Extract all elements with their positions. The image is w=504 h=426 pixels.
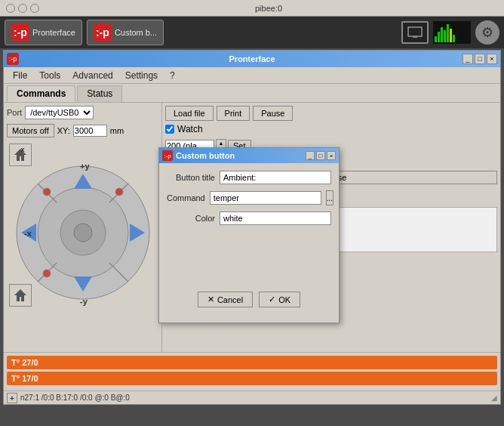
svg-point-5 xyxy=(74,224,92,242)
temp1-up-arrow[interactable]: ▲ xyxy=(217,140,226,146)
dialog-body: Button title Command ... Color ✕ Cancel … xyxy=(159,163,339,323)
dialog-ok-button[interactable]: ✓ OK xyxy=(259,292,300,307)
dialog-titlebar: :-p Custom button _ □ × xyxy=(159,148,339,163)
menubar: File Tools Advanced Settings ? xyxy=(4,67,500,84)
svg-rect-0 xyxy=(408,27,422,36)
dialog-restore-btn[interactable]: □ xyxy=(316,151,325,160)
taskbar: :-p Pronterface :-p Custom b... ⚙ xyxy=(0,17,504,48)
os-title: pibee:0 xyxy=(39,4,498,13)
resize-handle[interactable]: ◢ xyxy=(491,394,497,402)
menu-advanced[interactable]: Advanced xyxy=(66,69,118,82)
dialog-close-btn[interactable]: × xyxy=(327,151,336,160)
dialog-command-label: Command xyxy=(167,193,205,202)
jog-area: +y -y -x x xyxy=(8,142,158,308)
pause-button[interactable]: Pause xyxy=(253,106,293,121)
temp-bar-row-1: T° 27/0 xyxy=(7,356,497,369)
motors-row: Motors off XY: mm xyxy=(7,124,158,137)
watch-checkbox[interactable] xyxy=(165,125,174,134)
jog-wheel-svg: +y -y -x xyxy=(8,142,158,308)
dialog-command-row: Command ... xyxy=(167,190,331,205)
app-close-btn[interactable]: × xyxy=(487,54,497,64)
svg-text:-x: -x xyxy=(24,229,32,238)
ok-label: OK xyxy=(278,295,290,304)
load-file-button[interactable]: Load file xyxy=(165,106,214,121)
watch-row: Watch xyxy=(165,124,497,134)
dialog-color-row: Color xyxy=(167,211,331,225)
menu-help[interactable]: ? xyxy=(164,69,181,82)
status-plus-button[interactable]: + xyxy=(7,393,17,403)
dialog-command-input[interactable] xyxy=(210,191,321,205)
taskbar-pronterface-label: Pronterface xyxy=(32,28,75,37)
dialog-color-label: Color xyxy=(167,214,215,223)
menu-tools[interactable]: Tools xyxy=(33,69,66,82)
taskbar-item-pronterface[interactable]: :-p Pronterface xyxy=(5,20,82,45)
cancel-x-icon: ✕ xyxy=(207,295,214,304)
dialog-minimize-btn[interactable]: _ xyxy=(306,151,315,160)
status-text: n27:1 /0:0 B:17:0 /0:0 @:0 B@:0 xyxy=(20,394,130,402)
dialog-button-title-input[interactable] xyxy=(220,171,331,184)
tab-commands[interactable]: Commands xyxy=(7,85,75,102)
svg-text:-y: -y xyxy=(80,297,88,306)
os-minimize-btn[interactable] xyxy=(18,4,27,13)
motors-off-button[interactable]: Motors off xyxy=(7,124,54,137)
dialog-browse-button[interactable]: ... xyxy=(326,190,333,205)
customb-icon: :-p xyxy=(94,23,112,42)
svg-rect-1 xyxy=(413,36,417,38)
svg-point-16 xyxy=(43,270,51,277)
tab-bar: Commands Status xyxy=(4,84,500,103)
right-top-buttons: Load file Print Pause xyxy=(165,106,497,121)
os-window-controls[interactable] xyxy=(6,4,39,13)
gear-icon[interactable]: ⚙ xyxy=(475,20,499,45)
temp-section: T° 27/0 T° 17/0 xyxy=(4,352,500,390)
port-label: Port xyxy=(7,108,22,117)
dialog-button-title-label: Button title xyxy=(167,173,215,182)
os-close-btn[interactable] xyxy=(6,4,15,13)
svg-marker-21 xyxy=(14,289,26,301)
cancel-label: Cancel xyxy=(217,295,243,304)
port-select[interactable]: /dev/ttyUSB0 xyxy=(25,106,94,119)
dialog-button-title-row: Button title xyxy=(167,171,331,184)
app-window-controls[interactable]: _ □ × xyxy=(463,54,497,64)
chart-widget xyxy=(433,21,471,44)
app-icon: :-p xyxy=(7,53,19,65)
dialog-app-icon: :-p xyxy=(162,150,173,161)
home-button[interactable] xyxy=(9,284,32,307)
watch-label: Watch xyxy=(177,124,203,134)
temp-bar-row-2: T° 17/0 xyxy=(7,372,497,385)
print-button[interactable]: Print xyxy=(217,106,250,121)
temp-bar-1: T° 27/0 xyxy=(7,356,497,369)
pronterface-icon: :-p xyxy=(11,23,29,42)
temp-bar-2: T° 17/0 xyxy=(7,372,497,385)
os-maximize-btn[interactable] xyxy=(30,4,39,13)
xy-input[interactable] xyxy=(73,125,107,137)
app-titlebar: :-p Pronterface _ □ × xyxy=(4,51,500,67)
svg-point-14 xyxy=(43,188,51,196)
os-titlebar: pibee:0 xyxy=(0,0,504,17)
svg-text:+y: +y xyxy=(80,162,90,171)
home-x-top-button[interactable] xyxy=(9,144,32,166)
dialog-buttons: ✕ Cancel ✓ OK xyxy=(167,292,331,315)
menu-file[interactable]: File xyxy=(7,69,33,82)
home-x-label: x xyxy=(21,146,25,153)
status-bar: + n27:1 /0:0 B:17:0 /0:0 @:0 B@:0 ◢ xyxy=(4,390,500,404)
menu-settings[interactable]: Settings xyxy=(119,69,164,82)
mm-label: mm xyxy=(110,126,124,135)
taskbar-item-customb[interactable]: :-p Custom b... xyxy=(87,20,164,45)
app-restore-btn[interactable]: □ xyxy=(475,54,485,64)
tab-status[interactable]: Status xyxy=(77,85,122,102)
port-row: Port /dev/ttyUSB0 xyxy=(7,106,158,119)
xy-label: XY: xyxy=(57,126,70,135)
app-minimize-btn[interactable]: _ xyxy=(463,54,473,64)
taskbar-customb-label: Custom b... xyxy=(115,28,157,37)
monitor-icon xyxy=(401,21,429,44)
svg-point-15 xyxy=(115,188,123,196)
dialog-title: Custom button xyxy=(176,151,304,160)
app-title: Pronterface xyxy=(229,54,275,63)
dialog-color-input[interactable] xyxy=(220,211,331,225)
ok-check-icon: ✓ xyxy=(269,295,275,304)
custom-button-dialog: :-p Custom button _ □ × Button title Com… xyxy=(158,147,340,323)
dialog-overlay: :-p Custom button _ □ × Button title Com… xyxy=(158,147,340,323)
left-panel: Port /dev/ttyUSB0 Motors off XY: mm xyxy=(4,103,162,352)
dialog-cancel-button[interactable]: ✕ Cancel xyxy=(198,292,253,307)
